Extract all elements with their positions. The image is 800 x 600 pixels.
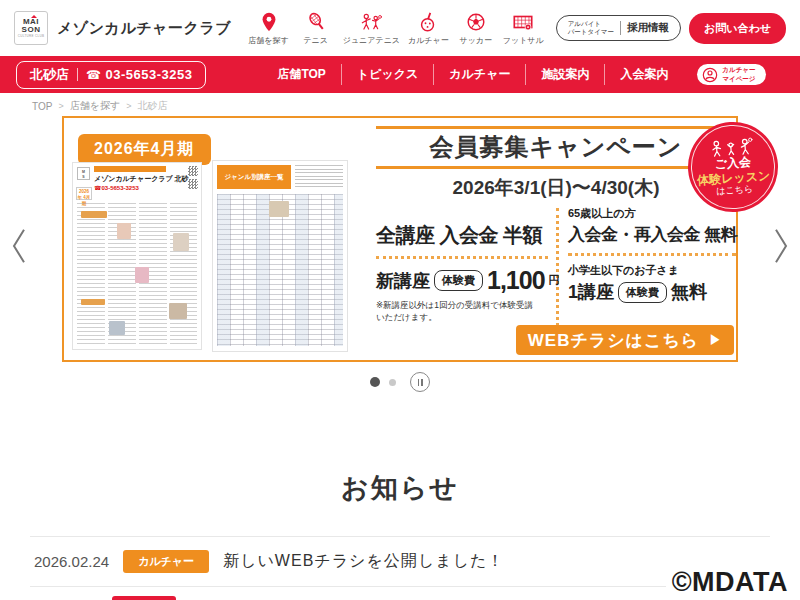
campaign-title: 会員募集キャンペーン [376,131,736,163]
header-nav-label: カルチャー [408,35,449,46]
nav-link-culture[interactable]: カルチャー [434,64,526,85]
family-icon [708,137,755,158]
header-nav-label: テニス [303,35,328,46]
campaign-banner: 2026年4月期 MS メゾンカルチャークラブ 北砂 ☎03-5653-3253… [62,116,738,362]
news-text: 新しいWEBチラシを公開しました！ [223,551,504,572]
news-category-badge: カルチャー [123,550,209,573]
site-header: MAI SON CULTURE CLUB メゾンカルチャークラブ 店舗を探す テ… [0,0,800,56]
period-label: 2026年4月期 [78,134,211,165]
recruit-label: 採用情報 [627,21,669,35]
header-nav: 店舗を探す テニス ジュニアテニス カルチャー サッカー フットサル [246,9,545,48]
breadcrumb-top[interactable]: TOP [32,101,52,112]
qr-code-icon [188,179,198,189]
header-nav-label: ジュニアテニス [343,35,400,46]
carousel-pagination [0,372,800,392]
chevron-right-icon [770,226,792,266]
trial-fee-box: 体験費 [434,270,483,291]
flyer-left-period: 2026年 4月期 [76,187,92,200]
news-list: 2026.02.24 カルチャー 新しいWEBチラシを公開しました！ [30,536,770,587]
page: MAI SON CULTURE CLUB メゾンカルチャークラブ 店舗を探す テ… [0,0,800,600]
culture-palette-icon [417,11,439,33]
brand-title: メゾンカルチャークラブ [57,19,231,38]
futsal-goal-icon [512,11,534,33]
store-navbar: 北砂店 ☎03-5653-3253 店舗TOP トピックス カルチャー 施設案内… [0,56,800,93]
header-nav-futsal[interactable]: フットサル [501,9,546,48]
flyer-thumbnail-left[interactable]: MS メゾンカルチャークラブ 北砂 ☎03-5653-3253 2026年 4月… [72,162,202,350]
trial-fee-box: 体験費 [618,282,667,303]
location-pin-icon [258,11,280,33]
breadcrumb-find-store[interactable]: 店舗を探す [70,99,120,113]
junior-tennis-icon [360,11,382,33]
store-name: 北砂店 [30,66,69,84]
offer-senior: 入会金・再入会金 無料 [568,223,736,246]
offer-all-courses: 全講座 入会金 半額 [376,222,548,249]
carousel-pause-button[interactable] [410,372,430,392]
tennis-racket-icon [305,11,327,33]
recruit-divider [620,21,621,35]
header-nav-label: サッカー [459,35,492,46]
flyer-left-phone: ☎03-5653-3253 [94,184,139,191]
header-nav-culture[interactable]: カルチャー [406,9,451,48]
news-date: 2026.02.24 [34,553,109,570]
carousel-dot-1[interactable] [370,377,380,387]
title-rule-top [376,126,736,129]
header-nav-junior-tennis[interactable]: ジュニアテニス [341,9,402,48]
chevron-left-icon [8,226,30,266]
badge-line3: はこちら [716,184,754,197]
person-icon [702,67,718,83]
header-nav-label: 店舗を探す [248,35,288,46]
header-nav-stores[interactable]: 店舗を探す [246,9,290,48]
carousel-next-button[interactable] [770,226,792,266]
carousel-prev-button[interactable] [8,226,30,266]
title-rule-bottom [376,166,736,169]
recruit-button[interactable]: アルバイト パートタイマー 採用情報 [556,15,681,41]
nav-link-store-top[interactable]: 店舗TOP [262,64,341,85]
mypage-button[interactable]: カルチャー マイページ [697,64,765,85]
nav-link-facility[interactable]: 施設案内 [526,64,605,85]
badge-line1: ご入会 [714,156,751,172]
mypage-line2: マイページ [722,75,755,82]
breadcrumb-current: 北砂店 [137,99,167,113]
offer-column-right: 65歳以上の方 入会金・再入会金 無料 小学生以下のお子さま 1講座 体験費 無… [568,206,736,304]
carousel-dot-2[interactable] [389,379,396,386]
header-nav-label: フットサル [503,35,544,46]
watermark: ©MDATA [666,567,788,598]
breadcrumb: TOP > 店舗を探す > 北砂店 [32,99,167,113]
pause-icon [418,379,420,386]
flyer-left-title: メゾンカルチャークラブ 北砂 [94,174,189,184]
news-item[interactable]: 2026.02.24 カルチャー 新しいWEBチラシを公開しました！ [30,537,770,587]
offer-note: ※新講座以外は1回分の受講料で体験受講 いただけます。 [376,299,548,324]
nav-link-topics[interactable]: トピックス [342,64,434,85]
mypage-line1: カルチャー [722,66,755,73]
offer-kids-head: 小学生以下のお子さま [568,263,736,278]
web-flyer-button[interactable]: WEBチラシはこちら ▶ [516,325,734,355]
recruit-small-line1: アルバイト [568,20,601,27]
contact-button[interactable]: お問い合わせ [689,13,786,44]
flyer-thumbnail-right[interactable]: ジャンル別講座一覧 [212,160,348,352]
qr-code-icon [188,166,198,176]
logo-roof-icon [31,15,37,18]
logo-subtext: CULTURE CLUB [18,35,44,38]
header-nav-soccer[interactable]: サッカー [455,9,497,48]
store-nav-links: 店舗TOP トピックス カルチャー 施設案内 入会案内 [262,64,683,85]
campaign-dates: 2026年3/1(日)〜4/30(木) [376,175,736,201]
logo-line2: SON [22,26,41,34]
arrow-right-icon: ▶ [709,332,722,349]
header-nav-tennis[interactable]: テニス [295,9,337,48]
offer-kids: 1講座 体験費 無料 [568,280,736,304]
offer-new-course: 新講座 体験費 1,100 円 [376,266,548,295]
news-heading: お知らせ [0,470,800,506]
nav-link-admission[interactable]: 入会案内 [605,64,683,85]
store-phone-number: 03-5653-3253 [105,67,192,82]
soccer-ball-icon [465,11,487,33]
logo-line1: MAI [23,17,39,26]
badge-line2: 体験レッスン [697,168,771,187]
flyer-logo: MS [77,167,90,180]
phone-icon: ☎ [86,68,101,82]
store-phone-pill[interactable]: 北砂店 ☎03-5653-3253 [16,61,206,89]
offer-senior-head: 65歳以上の方 [568,206,736,221]
site-logo[interactable]: MAI SON CULTURE CLUB [14,11,48,45]
news-category-badge-partial [112,596,176,600]
recruit-small-line2: パートタイマー [568,28,614,35]
trial-price: 1,100 [487,266,545,295]
